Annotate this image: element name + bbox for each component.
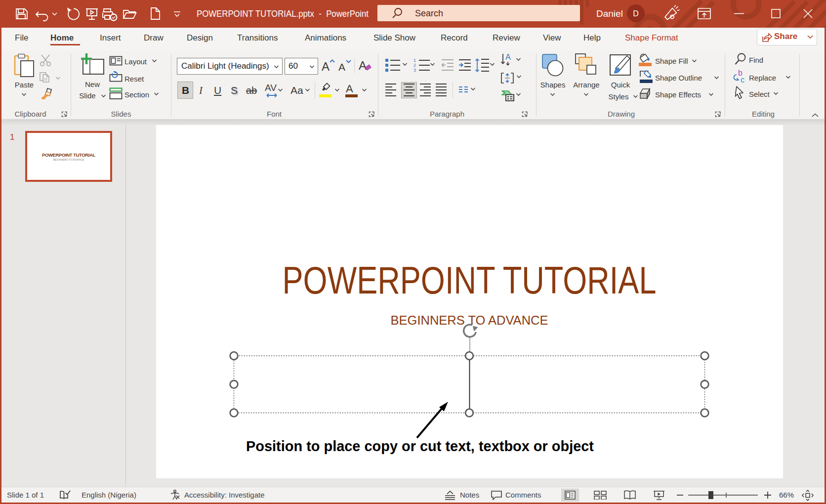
svg-text:POWERPOINT TUTORIAL: POWERPOINT TUTORIAL	[283, 258, 657, 302]
svg-text:Position to place copy or cut: Position to place copy or cut text, text…	[246, 438, 594, 454]
